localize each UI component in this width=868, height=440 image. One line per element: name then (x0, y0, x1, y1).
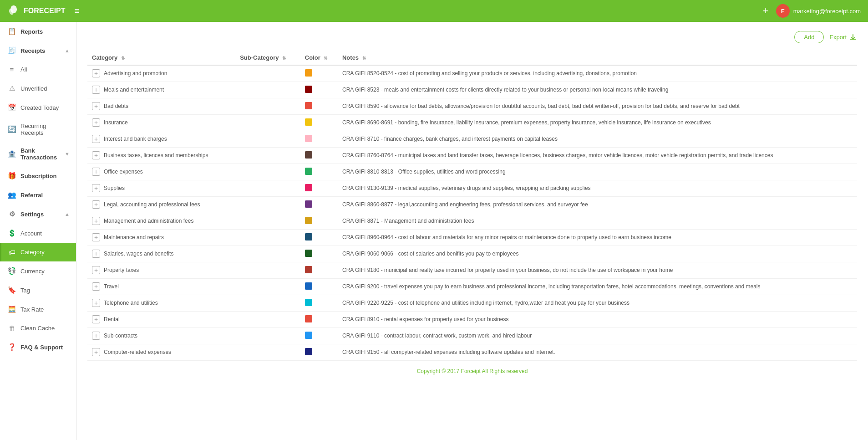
content-header: Add Export (87, 31, 857, 43)
subcategory-cell-13 (235, 279, 300, 295)
sidebar-item-category[interactable]: 🏷Category (0, 243, 76, 261)
notes-cell-17: CRA GIFI 9150 - all compyter-related exp… (338, 344, 857, 361)
expand-row-11[interactable]: + (92, 250, 100, 258)
category-name-5: Business taxes, licences and memberships (104, 152, 208, 159)
table-header-row: Category ⇅Sub-Category ⇅Color ⇅Notes ⇅ (87, 51, 857, 65)
sidebar-item-tag[interactable]: 🔖Tag (0, 281, 76, 300)
notes-cell-3: CRA GIFI 8690-8691 - bonding, fire insur… (338, 115, 857, 131)
add-button[interactable]: Add (794, 31, 824, 43)
subcategory-cell-6 (235, 164, 300, 180)
account-icon: 💲 (8, 229, 16, 237)
sidebar-item-bank-transactions[interactable]: 🏦Bank Transactions▼ (0, 142, 76, 166)
sidebar-item-all[interactable]: ≡All (0, 60, 76, 79)
subcategory-cell-12 (235, 262, 300, 279)
sidebar-item-settings[interactable]: ⚙Settings▲ (0, 205, 76, 224)
notes-cell-14: CRA GIFI 9220-9225 - cost of telephone a… (338, 295, 857, 312)
color-cell-0 (300, 65, 338, 82)
color-swatch-12 (305, 266, 312, 273)
color-swatch-11 (305, 250, 312, 257)
expand-row-3[interactable]: + (92, 118, 100, 127)
expand-row-4[interactable]: + (92, 135, 100, 143)
footer-copyright: Copyright © 2017 Forceipt All Rights res… (87, 361, 857, 382)
notes-cell-15: CRA GIFI 8910 - rental expenses for prop… (338, 312, 857, 328)
color-cell-16 (300, 328, 338, 344)
table-row: +Management and administration feesCRA G… (87, 213, 857, 230)
expand-row-17[interactable]: + (92, 348, 100, 356)
notes-cell-16: CRA GIFI 9110 - contract labour, contrac… (338, 328, 857, 344)
global-add-button[interactable]: + (763, 5, 769, 17)
sort-icon-notes: ⇅ (362, 56, 366, 61)
expand-row-2[interactable]: + (92, 102, 100, 110)
sidebar-label-created-today: Created Today (20, 104, 59, 111)
subcategory-cell-3 (235, 115, 300, 131)
sidebar-item-tax-rate[interactable]: 🧮Tax Rate (0, 300, 76, 319)
expand-row-9[interactable]: + (92, 217, 100, 225)
expand-row-0[interactable]: + (92, 69, 100, 77)
category-name-7: Supplies (104, 185, 125, 191)
expand-row-5[interactable]: + (92, 151, 100, 159)
color-swatch-10 (305, 233, 312, 240)
table-row: +Maintenance and repairsCRA GIFI 8960-89… (87, 230, 857, 246)
app-logo[interactable]: FORECEIPT (7, 5, 66, 17)
sidebar-item-clean-cache[interactable]: 🗑Clean Cache (0, 319, 76, 338)
color-cell-12 (300, 262, 338, 279)
expand-row-14[interactable]: + (92, 299, 100, 307)
sidebar-label-account: Account (20, 230, 42, 237)
expand-row-8[interactable]: + (92, 200, 100, 209)
sidebar-item-recurring[interactable]: 🔄Recurring Receipts (0, 117, 76, 142)
sidebar-item-receipts[interactable]: 🧾Receipts▲ (0, 41, 76, 60)
logo-icon (7, 5, 20, 17)
notes-cell-2: CRA GIFI 8590 - allowance for bad debts,… (338, 98, 857, 115)
sidebar-item-referral[interactable]: 👥Referral (0, 185, 76, 205)
export-button[interactable]: Export (829, 33, 857, 41)
category-cell-0: +Advertising and promotion (87, 65, 235, 82)
notes-cell-6: CRA GIFI 8810-8813 - Office supplies, ut… (338, 164, 857, 180)
expand-row-10[interactable]: + (92, 233, 100, 241)
sidebar-label-bank-transactions: Bank Transactions (20, 147, 60, 161)
sidebar-item-unverified[interactable]: ⚠Unverified (0, 79, 76, 98)
sidebar-item-faq[interactable]: ❓FAQ & Support (0, 338, 76, 357)
category-name-14: Telephone and utilities (104, 300, 158, 306)
category-name-1: Meals and entertainment (104, 87, 164, 93)
expand-row-6[interactable]: + (92, 168, 100, 176)
expand-row-1[interactable]: + (92, 86, 100, 94)
category-cell-15: +Rental (87, 312, 235, 328)
tax-rate-icon: 🧮 (8, 305, 16, 313)
table-row: +Salaries, wages and benefitsCRA GIFI 90… (87, 246, 857, 262)
category-name-16: Sub-contracts (104, 333, 137, 339)
sidebar-item-account[interactable]: 💲Account (0, 224, 76, 243)
sort-icon-subcategory: ⇅ (282, 56, 286, 61)
expand-row-13[interactable]: + (92, 282, 100, 291)
expand-row-7[interactable]: + (92, 184, 100, 192)
col-header-subcategory[interactable]: Sub-Category ⇅ (235, 51, 300, 65)
sidebar-item-subscription[interactable]: 🎁Subscription (0, 166, 76, 185)
app-name: FORECEIPT (24, 7, 66, 15)
col-header-notes[interactable]: Notes ⇅ (338, 51, 857, 65)
color-cell-2 (300, 98, 338, 115)
expand-row-16[interactable]: + (92, 332, 100, 340)
hamburger-menu[interactable]: ≡ (75, 6, 80, 16)
expand-row-15[interactable]: + (92, 315, 100, 323)
user-menu[interactable]: F marketing@foreceipt.com (776, 4, 861, 18)
notes-cell-0: CRA GIFI 8520-8524 - cost of promoting a… (338, 65, 857, 82)
notes-cell-1: CRA GIFI 8523 - meals and entertainment … (338, 82, 857, 98)
color-cell-1 (300, 82, 338, 98)
sidebar-item-currency[interactable]: 💱Currency (0, 261, 76, 281)
settings-icon: ⚙ (8, 210, 16, 218)
sidebar-label-currency: Currency (20, 268, 45, 275)
sidebar-item-created-today[interactable]: 📅Created Today (0, 98, 76, 117)
faq-icon: ❓ (8, 343, 16, 351)
sidebar-item-reports[interactable]: 📋Reports (0, 22, 76, 41)
col-header-color[interactable]: Color ⇅ (300, 51, 338, 65)
table-row: +Office expensesCRA GIFI 8810-8813 - Off… (87, 164, 857, 180)
expand-row-12[interactable]: + (92, 266, 100, 274)
col-header-category[interactable]: Category ⇅ (87, 51, 235, 65)
clean-cache-icon: 🗑 (8, 324, 16, 332)
category-name-0: Advertising and promotion (104, 70, 167, 77)
subcategory-cell-7 (235, 180, 300, 197)
unverified-icon: ⚠ (8, 84, 16, 92)
recurring-icon: 🔄 (8, 125, 16, 133)
table-row: +Business taxes, licences and membership… (87, 148, 857, 164)
sidebar-label-unverified: Unverified (20, 85, 47, 92)
category-cell-9: +Management and administration fees (87, 213, 235, 230)
